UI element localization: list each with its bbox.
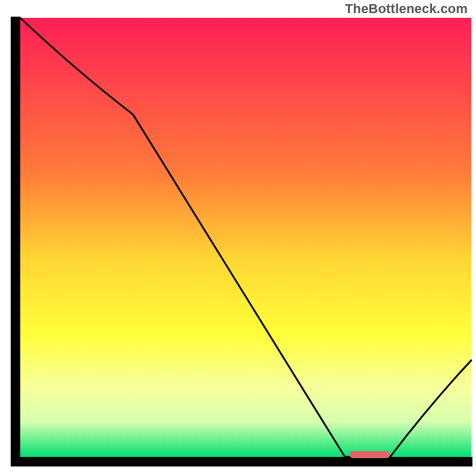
bottleneck-chart: [0, 0, 476, 476]
optimal-marker: [349, 451, 390, 458]
chart-container: TheBottleneck.com: [0, 0, 476, 476]
y-axis: [11, 17, 20, 466]
plot-background: [20, 18, 471, 457]
watermark-text: TheBottleneck.com: [345, 1, 468, 17]
x-axis: [11, 457, 472, 466]
